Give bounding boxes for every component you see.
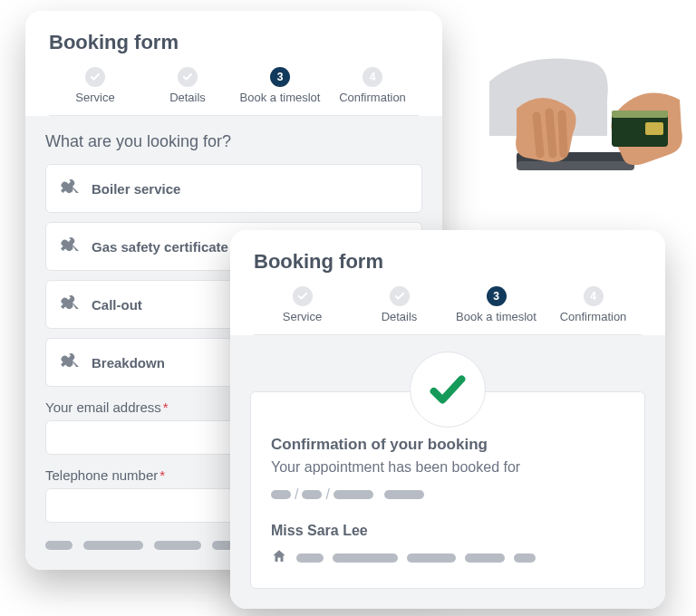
step-service[interactable]: Service — [49, 67, 141, 104]
svg-rect-1 — [517, 161, 634, 170]
step-details[interactable]: Details — [351, 286, 448, 323]
tools-icon — [59, 350, 81, 375]
choice-label: Breakdown — [92, 355, 165, 371]
step-book-timeslot[interactable]: 3 Book a timeslot — [448, 286, 545, 323]
prompt-text: What are you looking for? — [45, 132, 422, 151]
svg-rect-3 — [612, 111, 668, 118]
step-circle-done — [178, 67, 198, 87]
step-book-timeslot[interactable]: 3 Book a timeslot — [234, 67, 326, 104]
address-row — [271, 548, 624, 568]
tools-icon — [59, 292, 81, 317]
date-placeholder: // — [271, 486, 373, 503]
card-title: Booking form — [254, 250, 642, 274]
success-check-icon — [410, 351, 486, 428]
step-circle-future: 4 — [584, 286, 604, 306]
step-circle-done — [390, 286, 410, 306]
svg-rect-4 — [645, 122, 663, 135]
confirm-title: Confirmation of your booking — [271, 436, 624, 454]
step-service[interactable]: Service — [254, 286, 351, 323]
choice-label: Call-out — [92, 297, 142, 313]
stepper: Service Details 3 Book a timeslot 4 Conf… — [49, 67, 419, 116]
step-confirmation[interactable]: 4 Confirmation — [545, 286, 642, 323]
booking-form-card-confirmation: Booking form Service Details 3 Book a ti… — [230, 230, 665, 609]
step-circle-done — [85, 67, 105, 87]
illustration-hands-typing — [489, 45, 689, 208]
choice-label: Gas safety certificate — [92, 239, 228, 255]
step-circle-done — [293, 286, 313, 306]
step-circle-future: 4 — [362, 67, 382, 87]
tools-icon — [59, 234, 81, 259]
step-circle-active: 3 — [270, 67, 290, 87]
step-details[interactable]: Details — [141, 67, 234, 104]
step-confirmation[interactable]: 4 Confirmation — [326, 67, 419, 104]
home-icon — [271, 548, 287, 568]
stepper: Service Details 3 Book a timeslot 4 Conf… — [254, 286, 642, 335]
step-circle-active: 3 — [487, 286, 507, 306]
card-title: Booking form — [49, 31, 419, 54]
choice-boiler-service[interactable]: Boiler service — [45, 164, 422, 213]
tools-icon — [59, 176, 81, 201]
choice-label: Boiler service — [92, 181, 180, 197]
customer-name: Miss Sara Lee — [271, 523, 624, 539]
confirm-subtext: Your appointment has been booked for // — [271, 459, 624, 503]
